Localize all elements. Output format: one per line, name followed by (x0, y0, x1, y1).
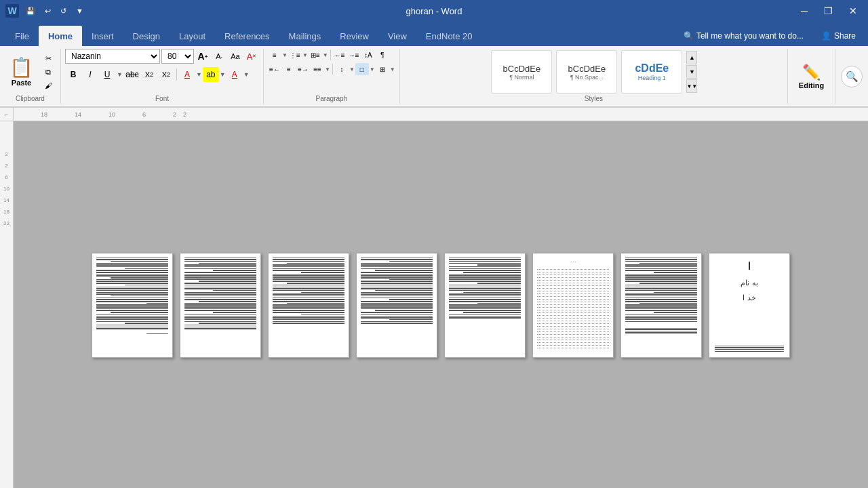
change-case-button[interactable]: Aa (228, 49, 243, 64)
cut-button[interactable]: ✂ (40, 52, 56, 65)
window-controls: ─ ❐ ✕ (795, 4, 863, 18)
tab-references[interactable]: References (215, 26, 279, 46)
toolbar: 📋 Paste ✂ ⧉ 🖌 Clipboard Nazanin (0, 46, 868, 107)
clear-formatting-button[interactable]: A✕ (244, 49, 259, 64)
page-4 (356, 253, 437, 358)
style-normal-text: bCcDdEe (503, 64, 541, 74)
style-nospace-label: ¶ No Spac... (570, 74, 604, 81)
format-row: B I U ▼ abc X2 X2 A ▼ ab ▼ A ▼ (65, 67, 250, 82)
pages-strip: ۰۰۰ (92, 253, 790, 358)
page-3 (268, 253, 349, 358)
sort-button[interactable]: ↕A (361, 49, 375, 61)
shading-button[interactable]: □ (355, 63, 369, 75)
show-formatting-button[interactable]: ¶ (376, 49, 389, 61)
clipboard-section: 📋 Paste ✂ ⧉ 🖌 Clipboard (0, 49, 61, 104)
highlight-button[interactable]: ab (203, 67, 219, 82)
tab-stop-icon[interactable]: ⌐ (0, 108, 13, 121)
style-heading1-card[interactable]: cDdEe Heading 1 (621, 50, 682, 94)
styles-scroll-up[interactable]: ▲ (686, 51, 697, 64)
ribbon: File Home Insert Design Layout Reference… (0, 22, 868, 108)
styles-scroll-buttons: ▲ ▼ ▼▼ (686, 51, 697, 93)
search-button[interactable]: 🔍 (841, 66, 863, 87)
align-left-button[interactable]: ≡← (268, 63, 281, 75)
increase-indent-button[interactable]: →≡ (347, 49, 361, 61)
bullets-button[interactable]: ≡ (268, 49, 281, 61)
copy-button[interactable]: ⧉ (40, 66, 56, 79)
align-right-button[interactable]: ≡→ (296, 63, 310, 75)
style-normal-label: ¶ Normal (509, 74, 534, 81)
tab-view[interactable]: View (378, 26, 416, 46)
styles-expand[interactable]: ▼▼ (686, 79, 697, 93)
undo-button[interactable]: ↩ (42, 5, 54, 17)
page-6: ۰۰۰ (532, 253, 614, 358)
tab-home[interactable]: Home (39, 26, 82, 46)
decrease-font-size-button[interactable]: A- (212, 49, 226, 64)
tab-insert[interactable]: Insert (82, 26, 123, 46)
style-nospace-card[interactable]: bCcDdEe ¶ No Spac... (556, 50, 617, 94)
tab-endnote[interactable]: EndNote 20 (416, 26, 482, 46)
increase-font-size-button[interactable]: A+ (195, 49, 210, 64)
main-area: ⌐ 18 14 10 6 2 2 2 2 6 10 14 18 22 (0, 108, 868, 488)
style-normal-card[interactable]: bCcDdEe ¶ Normal (491, 50, 552, 94)
customize-qat-button[interactable]: ▼ (73, 5, 86, 16)
tab-mailings[interactable]: Mailings (279, 26, 331, 46)
page-7 (620, 253, 702, 358)
styles-section: bCcDdEe ¶ Normal bCcDdEe ¶ No Spac... cD… (400, 49, 788, 104)
font-color-button[interactable]: A (179, 67, 195, 82)
document-area[interactable]: ۰۰۰ (14, 121, 868, 488)
font-name-select[interactable]: Nazanin (65, 49, 160, 64)
minimize-button[interactable]: ─ (795, 4, 813, 18)
page-2-content (180, 253, 260, 335)
redo-button[interactable]: ↺ (58, 5, 69, 17)
paste-label: Paste (12, 79, 31, 87)
style-nospace-text: bCcDdEe (568, 64, 606, 74)
tab-bar-right: 🔍 Tell me what you want to do... 👤 Share (677, 26, 868, 46)
font-size-select[interactable]: 80 (161, 49, 194, 64)
close-button[interactable]: ✕ (844, 4, 863, 18)
restore-button[interactable]: ❐ (818, 4, 838, 18)
paste-button[interactable]: 📋 Paste (4, 54, 39, 89)
tab-layout[interactable]: Layout (170, 26, 215, 46)
font-label: Font (155, 95, 169, 102)
tab-design[interactable]: Design (123, 26, 170, 46)
styles-scroll-down[interactable]: ▼ (686, 65, 697, 79)
subscript-button[interactable]: X2 (141, 67, 157, 82)
share-button[interactable]: 👤 Share (814, 26, 863, 46)
italic-button[interactable]: I (82, 67, 98, 82)
justify-button[interactable]: ≡≡ (311, 63, 324, 75)
page-5-content (445, 253, 525, 323)
page-8: به نامخد ا (709, 253, 790, 358)
tab-review[interactable]: Review (330, 26, 378, 46)
align-center-button[interactable]: ≡ (282, 63, 296, 75)
underline-button[interactable]: U (99, 67, 115, 82)
editing-icon: ✏️ (802, 64, 821, 81)
vertical-ruler: 2 2 6 10 14 18 22 (0, 121, 14, 488)
page-6-content: ۰۰۰ (533, 253, 613, 356)
search-icon: 🔍 (684, 31, 694, 41)
editing-section: ✏️ Editing (788, 49, 835, 104)
word-logo: W (5, 4, 19, 18)
tab-file[interactable]: File (5, 26, 39, 46)
title-bar: W 💾 ↩ ↺ ▼ ghoran - Word ─ ❐ ✕ (0, 0, 868, 22)
numbering-button[interactable]: ⋮≡ (288, 49, 302, 61)
save-qat-button[interactable]: 💾 (23, 5, 38, 17)
decrease-indent-button[interactable]: ←≡ (333, 49, 347, 61)
share-icon: 👤 (821, 31, 831, 41)
search-panel: 🔍 (835, 49, 868, 104)
multilevel-list-button[interactable]: ⊞≡ (309, 49, 322, 61)
borders-button[interactable]: ⊞ (376, 63, 389, 75)
bold-button[interactable]: B (65, 67, 81, 82)
font-highlight2-button[interactable]: A (226, 67, 243, 82)
styles-label: Styles (585, 95, 603, 102)
style-heading1-text: cDdEe (635, 62, 669, 75)
arabic-title-text: به نامخد ا (715, 275, 784, 305)
superscript-button[interactable]: X2 (158, 67, 174, 82)
page-4-content (357, 253, 437, 329)
separator (330, 49, 331, 60)
page-5 (444, 253, 526, 358)
line-spacing-button[interactable]: ↕ (335, 63, 349, 75)
page-1 (92, 253, 173, 358)
format-painter-button[interactable]: 🖌 (40, 79, 56, 92)
tell-me-search[interactable]: 🔍 Tell me what you want to do... (677, 26, 810, 46)
strikethrough-button[interactable]: abc (124, 67, 140, 82)
